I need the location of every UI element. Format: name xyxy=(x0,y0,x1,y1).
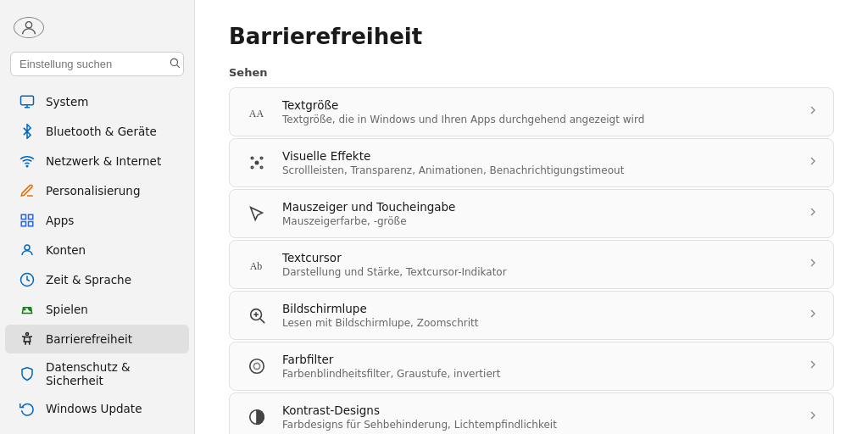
update-icon xyxy=(19,400,36,417)
svg-point-21 xyxy=(260,157,263,159)
sidebar-item-accounts[interactable]: Konten xyxy=(5,236,189,264)
svg-text:Ab: Ab xyxy=(250,260,263,272)
chevron-right-icon xyxy=(806,409,820,426)
sidebar-item-network[interactable]: Netzwerk & Internet xyxy=(5,147,189,175)
personalization-icon xyxy=(19,182,36,199)
sidebar-item-label: Windows Update xyxy=(46,402,142,415)
sidebar-item-label: Zeit & Sprache xyxy=(46,273,131,287)
svg-point-1 xyxy=(170,58,177,65)
sidebar-item-label: Konten xyxy=(46,243,86,257)
setting-item-title: Textcursor xyxy=(282,251,806,264)
network-icon xyxy=(19,153,36,170)
accessibility-icon xyxy=(19,331,36,348)
sidebar-item-label: Datenschutz & Sicherheit xyxy=(46,360,175,387)
setting-item-text: Mauszeiger und ToucheingabeMauszeigerfar… xyxy=(282,200,806,227)
sidebar-item-label: Netzwerk & Internet xyxy=(46,154,161,168)
svg-point-30 xyxy=(253,363,259,369)
sidebar-item-system[interactable]: System xyxy=(5,87,189,116)
page-title: Barrierefreiheit xyxy=(229,24,834,49)
section-label: Sehen xyxy=(229,66,834,79)
sidebar-item-update[interactable]: Windows Update xyxy=(5,394,189,423)
search-box[interactable] xyxy=(10,52,184,76)
setting-item-text: TextcursorDarstellung und Stärke, Textcu… xyxy=(282,251,806,278)
svg-point-11 xyxy=(25,245,30,250)
setting-item-mouse-pointer[interactable]: Mauszeiger und ToucheingabeMauszeigerfar… xyxy=(229,189,834,238)
apps-icon xyxy=(19,212,36,229)
svg-rect-10 xyxy=(29,222,33,226)
setting-item-title: Farbfilter xyxy=(282,353,806,366)
sidebar-item-privacy[interactable]: Datenschutz & Sicherheit xyxy=(5,354,189,393)
sidebar-item-time[interactable]: Zeit & Sprache xyxy=(5,265,189,294)
text-cursor-icon: Ab xyxy=(243,251,270,278)
bluetooth-icon xyxy=(19,123,36,140)
contrast-themes-icon xyxy=(243,403,270,431)
sidebar-item-label: Bluetooth & Geräte xyxy=(46,125,157,138)
chevron-right-icon xyxy=(806,205,820,222)
setting-item-title: Kontrast-Designs xyxy=(282,403,806,417)
setting-item-text: Visuelle EffekteScrollleisten, Transpare… xyxy=(282,149,806,176)
gaming-icon xyxy=(19,301,36,318)
search-icon xyxy=(169,57,181,71)
svg-rect-9 xyxy=(21,222,25,226)
setting-item-magnifier[interactable]: BildschirmlupeLesen mit Bildschirmlupe, … xyxy=(229,291,834,340)
setting-item-contrast-themes[interactable]: Kontrast-DesignsFarbdesigns für Sehbehin… xyxy=(229,392,834,434)
svg-rect-3 xyxy=(21,96,34,105)
nav-list: SystemBluetooth & GeräteNetzwerk & Inter… xyxy=(0,86,194,424)
svg-point-17 xyxy=(26,333,29,336)
setting-item-title: Visuelle Effekte xyxy=(282,149,806,163)
svg-point-0 xyxy=(25,21,31,27)
setting-item-desc: Farbenblindheitsfilter, Graustufe, inver… xyxy=(282,368,806,380)
settings-list: AATextgrößeTextgröße, die in Windows und… xyxy=(229,87,834,434)
setting-item-text: TextgrößeTextgröße, die in Windows und I… xyxy=(282,98,806,125)
search-input[interactable] xyxy=(19,58,162,70)
magnifier-icon xyxy=(243,302,270,329)
chevron-right-icon xyxy=(806,154,820,171)
setting-item-desc: Textgröße, die in Windows und Ihren Apps… xyxy=(282,114,806,125)
chevron-right-icon xyxy=(806,256,820,273)
svg-point-6 xyxy=(26,165,28,167)
svg-point-19 xyxy=(255,161,259,164)
setting-item-desc: Lesen mit Bildschirmlupe, Zoomschritt xyxy=(282,317,806,329)
chevron-right-icon xyxy=(806,103,820,120)
text-size-icon: AA xyxy=(243,98,270,125)
setting-item-desc: Farbdesigns für Sehbehinderung, Lichtemp… xyxy=(282,419,806,431)
svg-line-26 xyxy=(260,319,264,323)
sidebar-item-personalization[interactable]: Personalisierung xyxy=(5,176,189,205)
svg-point-29 xyxy=(250,359,264,374)
sidebar-item-bluetooth[interactable]: Bluetooth & Geräte xyxy=(5,117,189,146)
svg-text:AA: AA xyxy=(249,108,264,120)
svg-line-2 xyxy=(177,65,180,68)
sidebar-item-gaming[interactable]: Spielen xyxy=(5,295,189,324)
setting-item-text: BildschirmlupeLesen mit Bildschirmlupe, … xyxy=(282,302,806,329)
main-content: Barrierefreiheit Sehen AATextgrößeTextgr… xyxy=(195,0,868,434)
sidebar-item-label: Personalisierung xyxy=(46,184,140,198)
setting-item-desc: Scrollleisten, Transparenz, Animationen,… xyxy=(282,164,806,176)
svg-point-23 xyxy=(260,166,263,169)
chevron-right-icon xyxy=(806,358,820,375)
sidebar-item-label: Barrierefreiheit xyxy=(46,332,132,346)
setting-item-text-size[interactable]: AATextgrößeTextgröße, die in Windows und… xyxy=(229,87,834,136)
privacy-icon xyxy=(19,365,36,382)
sidebar-item-accessibility[interactable]: Barrierefreiheit xyxy=(5,325,189,353)
setting-item-title: Mauszeiger und Toucheingabe xyxy=(282,200,806,214)
system-icon xyxy=(19,93,36,110)
setting-item-visual-effects[interactable]: Visuelle EffekteScrollleisten, Transpare… xyxy=(229,138,834,187)
svg-point-22 xyxy=(251,166,253,169)
color-filter-icon xyxy=(243,353,270,380)
mouse-pointer-icon xyxy=(243,200,270,227)
accounts-icon xyxy=(19,242,36,259)
setting-item-color-filter[interactable]: FarbfilterFarbenblindheitsfilter, Graust… xyxy=(229,342,834,391)
svg-rect-7 xyxy=(21,214,25,219)
setting-item-desc: Darstellung und Stärke, Textcursor-Indik… xyxy=(282,266,806,278)
setting-item-text-cursor[interactable]: AbTextcursorDarstellung und Stärke, Text… xyxy=(229,240,834,289)
chevron-right-icon xyxy=(806,307,820,324)
sidebar-item-apps[interactable]: Apps xyxy=(5,206,189,235)
setting-item-text: Kontrast-DesignsFarbdesigns für Sehbehin… xyxy=(282,403,806,431)
time-icon xyxy=(19,271,36,288)
user-avatar[interactable] xyxy=(14,17,44,38)
setting-item-text: FarbfilterFarbenblindheitsfilter, Graust… xyxy=(282,353,806,380)
setting-item-title: Textgröße xyxy=(282,98,806,112)
sidebar-item-label: Spielen xyxy=(46,303,88,316)
sidebar: SystemBluetooth & GeräteNetzwerk & Inter… xyxy=(0,0,195,434)
sidebar-item-label: System xyxy=(46,95,88,108)
